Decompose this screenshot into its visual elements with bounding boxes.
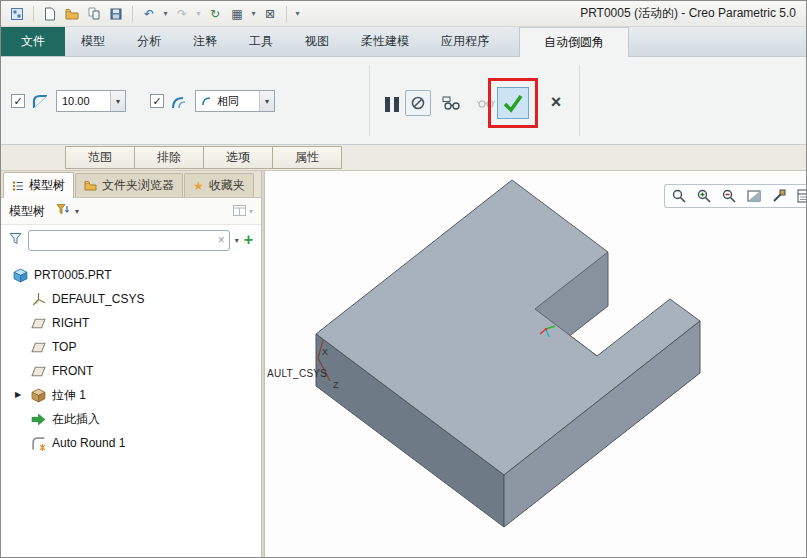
customize-toolbar-caret[interactable]: ▾ [293, 9, 302, 18]
model-tree: PRT0005.PRT DEFAULT_CSYS RIGHT [1, 255, 261, 557]
radius-dropdown-caret[interactable]: ▾ [110, 91, 125, 111]
tree-item-right-plane[interactable]: RIGHT [1, 311, 261, 335]
clear-search-icon[interactable]: × [218, 233, 225, 247]
tab-favorites-label: 收藏夹 [209, 177, 245, 194]
regenerate-button[interactable]: ↻ [205, 4, 225, 24]
cancel-button[interactable]: × [544, 90, 568, 114]
panel-tab-scope[interactable]: 范围 [65, 146, 135, 169]
search-options-caret[interactable]: ▾ [235, 236, 239, 245]
tab-auto-round[interactable]: 自动倒圆角 [519, 27, 629, 57]
tree-item-label: TOP [52, 340, 76, 354]
tree-item-front-plane[interactable]: FRONT [1, 359, 261, 383]
tree-item-part[interactable]: PRT0005.PRT [1, 263, 261, 287]
tab-favorites[interactable]: ★ 收藏夹 [184, 173, 254, 197]
tab-model-tree-label: 模型树 [29, 177, 65, 194]
zoom-in-button[interactable] [696, 188, 712, 204]
tree-filters-caret[interactable]: ▾ [75, 207, 79, 216]
tree-item-extrude-1[interactable]: ▶ 拉伸 1 [1, 383, 261, 407]
tree-item-label: RIGHT [52, 316, 89, 330]
tab-applications[interactable]: 应用程序 [425, 27, 505, 56]
app-window: ↶ ▾ ↷ ▾ ↻ ▦ ▾ ⊠ ▾ PRT0005 (活动的) - Creo P… [0, 0, 807, 558]
zoom-region-button[interactable] [671, 188, 687, 204]
tab-folder-browser[interactable]: 文件夹浏览器 [75, 173, 183, 197]
tab-view[interactable]: 视图 [289, 27, 345, 56]
tree-item-top-plane[interactable]: TOP [1, 335, 261, 359]
datum-plane-icon [31, 316, 46, 331]
tab-model[interactable]: 模型 [65, 27, 121, 56]
panel-tab-exclude[interactable]: 排除 [134, 146, 204, 169]
part-geometry[interactable] [265, 171, 806, 557]
axis-z-label: Z [333, 380, 339, 390]
tree-item-label: 在此插入 [52, 411, 100, 428]
view-toolbar [664, 184, 806, 208]
tab-tools[interactable]: 工具 [233, 27, 289, 56]
tree-search-input[interactable] [28, 230, 230, 251]
filter-funnel-icon[interactable] [9, 231, 23, 249]
tree-filter-row: × ▾ + [1, 225, 261, 255]
round-transition-icon [170, 92, 189, 111]
redo-button: ↷ [172, 4, 192, 24]
model-tree-icon [12, 180, 24, 192]
expand-arrow-icon[interactable]: ▶ [15, 391, 25, 399]
display-style-button[interactable] [746, 188, 762, 204]
import-button[interactable] [84, 4, 104, 24]
separator [33, 6, 34, 22]
tree-item-label: Auto Round 1 [52, 436, 125, 450]
transition-dropdown-caret[interactable]: ▾ [259, 91, 274, 111]
axis-x-label: X [322, 347, 328, 357]
tree-item-label: FRONT [52, 364, 93, 378]
panel-tab-properties[interactable]: 属性 [272, 146, 342, 169]
tab-file[interactable]: 文件 [1, 27, 65, 56]
ribbon-tab-bar: 文件 模型 分析 注释 工具 视图 柔性建模 应用程序 自动倒圆角 [1, 27, 806, 57]
graphics-area[interactable]: X Z AULT_CSYS [265, 171, 806, 557]
tree-item-label: PRT0005.PRT [34, 268, 112, 282]
view-manager-button[interactable] [796, 188, 806, 204]
star-icon: ★ [193, 180, 204, 192]
datum-plane-icon [31, 364, 46, 379]
save-button[interactable] [106, 4, 126, 24]
tab-annotate[interactable]: 注释 [177, 27, 233, 56]
close-window-button[interactable]: ⊠ [260, 4, 280, 24]
tree-filters-icon[interactable] [56, 202, 70, 220]
csys-icon [31, 292, 46, 307]
tree-item-label: DEFAULT_CSYS [52, 292, 144, 306]
csys-name-label: AULT_CSYS [267, 368, 327, 379]
main-area: 模型树 文件夹浏览器 ★ 收藏夹 模型树 ▾ [1, 171, 806, 557]
new-file-button[interactable] [40, 4, 60, 24]
windows-button[interactable]: ▦ [227, 4, 247, 24]
radius-value[interactable]: 10.00 [57, 91, 110, 111]
transition-value[interactable]: 相同 [196, 91, 259, 111]
radius-settings-group: ✓ 10.00 ▾ ✓ 相同 ▾ [11, 90, 275, 112]
repaint-button[interactable] [771, 188, 787, 204]
ok-accept-button[interactable] [497, 87, 529, 119]
extrude-icon [31, 388, 46, 403]
open-file-button[interactable] [62, 4, 82, 24]
tree-item-auto-round-1[interactable]: Auto Round 1 [1, 431, 261, 455]
tree-item-insert-here[interactable]: 在此插入 [1, 407, 261, 431]
auto-round-dashboard: ✓ 10.00 ▾ ✓ 相同 ▾ [1, 57, 806, 145]
panel-tab-options[interactable]: 选项 [203, 146, 273, 169]
pause-button[interactable] [381, 93, 403, 115]
model-tree-header: 模型树 ▾ ▾ [1, 198, 261, 225]
transition-combo: 相同 ▾ [195, 90, 275, 112]
auto-round-icon [31, 436, 46, 451]
transition-checkbox[interactable]: ✓ [150, 94, 164, 108]
windows-dropdown-caret[interactable]: ▾ [249, 9, 258, 18]
zoom-out-button[interactable] [721, 188, 737, 204]
add-filter-button[interactable]: + [244, 232, 253, 248]
tree-columns-icon [233, 202, 246, 220]
radius-checkbox[interactable]: ✓ [11, 94, 25, 108]
tab-model-tree[interactable]: 模型树 [3, 172, 74, 198]
preview-geometry-button[interactable] [439, 90, 465, 116]
undo-button[interactable]: ↶ [139, 4, 159, 24]
preview-options-group [405, 90, 499, 116]
tree-item-default-csys[interactable]: DEFAULT_CSYS [1, 287, 261, 311]
tab-flexible-modeling[interactable]: 柔性建模 [345, 27, 425, 56]
center-csys-marker [534, 317, 558, 341]
tab-analysis[interactable]: 分析 [121, 27, 177, 56]
undo-dropdown-caret[interactable]: ▾ [161, 9, 170, 18]
highlight-annotation-box [488, 78, 538, 128]
titlebar: ↶ ▾ ↷ ▾ ↻ ▦ ▾ ⊠ ▾ PRT0005 (活动的) - Creo P… [1, 1, 806, 27]
no-preview-button[interactable] [405, 90, 431, 116]
ribbon-separator [579, 65, 580, 136]
